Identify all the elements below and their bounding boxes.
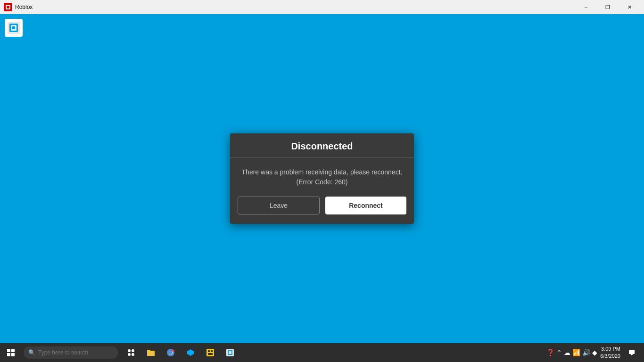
dialog-body: There was a problem receiving data, plea… (230, 158, 414, 197)
disconnected-dialog: Disconnected There was a problem receivi… (230, 133, 414, 224)
leave-button[interactable]: Leave (238, 197, 320, 214)
svg-rect-19 (211, 350, 213, 352)
svg-point-7 (128, 349, 131, 352)
tray-expand-icon[interactable]: ⌃ (556, 349, 562, 356)
svg-rect-2 (7, 6, 9, 8)
svg-rect-17 (206, 349, 214, 356)
dropbox-icon[interactable]: ◆ (592, 349, 597, 356)
task-view-button[interactable] (122, 343, 140, 362)
svg-rect-6 (12, 26, 15, 29)
svg-point-10 (132, 353, 134, 356)
svg-rect-23 (229, 351, 231, 354)
notification-center-button[interactable] (623, 343, 640, 362)
chrome-button[interactable] (161, 343, 180, 362)
start-button[interactable] (0, 343, 22, 362)
titlebar-left: Roblox (4, 3, 33, 11)
dialog-message: There was a problem receiving data, plea… (241, 167, 403, 177)
svg-point-9 (128, 353, 131, 356)
close-button[interactable]: ✕ (619, 0, 640, 14)
restore-button[interactable]: ❐ (597, 0, 619, 14)
network-icon[interactable]: 📶 (572, 349, 580, 356)
titlebar-title: Roblox (15, 4, 33, 10)
roblox-logo (5, 19, 23, 37)
titlebar-controls: – ❐ ✕ (575, 0, 640, 14)
svg-marker-25 (630, 354, 633, 355)
svg-rect-18 (208, 350, 210, 352)
file-explorer-button[interactable] (141, 343, 160, 362)
reconnect-button[interactable]: Reconnect (325, 197, 406, 214)
search-icon: 🔍 (28, 349, 35, 356)
system-clock[interactable]: 3:09 PM 6/3/2020 (600, 346, 620, 360)
roblox-logo-box (5, 19, 23, 37)
clock-time: 3:09 PM (600, 346, 620, 353)
main-content: Disconnected There was a problem receivi… (0, 14, 644, 343)
windows-icon (7, 349, 15, 356)
svg-point-8 (132, 349, 134, 352)
dialog-error-code: (Error Code: 260) (241, 177, 403, 187)
onedrive-icon[interactable]: ☁ (564, 349, 570, 356)
taskbar-right: ❓ ⌃ ☁ 📶 🔊 ◆ 3:09 PM 6/3/2020 (546, 343, 644, 362)
app-button-1[interactable] (181, 343, 200, 362)
svg-rect-12 (147, 350, 150, 352)
app-button-2[interactable] (201, 343, 220, 362)
svg-marker-16 (187, 349, 194, 356)
svg-rect-20 (208, 353, 213, 355)
taskbar: 🔍 (0, 343, 644, 362)
dialog-title: Disconnected (291, 141, 353, 151)
system-tray-icons: ❓ ⌃ ☁ 📶 🔊 ◆ (546, 349, 597, 356)
dialog-footer: Leave Reconnect (230, 197, 414, 224)
taskbar-icons (122, 343, 239, 362)
titlebar: Roblox – ❐ ✕ (0, 0, 644, 14)
volume-icon[interactable]: 🔊 (582, 349, 590, 356)
roblox-title-icon (4, 3, 12, 11)
help-icon[interactable]: ❓ (546, 349, 554, 356)
svg-point-15 (169, 351, 172, 354)
search-input[interactable] (38, 349, 109, 356)
svg-rect-24 (629, 350, 635, 354)
minimize-button[interactable]: – (575, 0, 597, 14)
roblox-taskbar-button[interactable] (221, 343, 239, 362)
taskbar-search-bar[interactable]: 🔍 (24, 346, 118, 359)
clock-date: 6/3/2020 (600, 353, 620, 360)
dialog-header: Disconnected (230, 133, 414, 158)
